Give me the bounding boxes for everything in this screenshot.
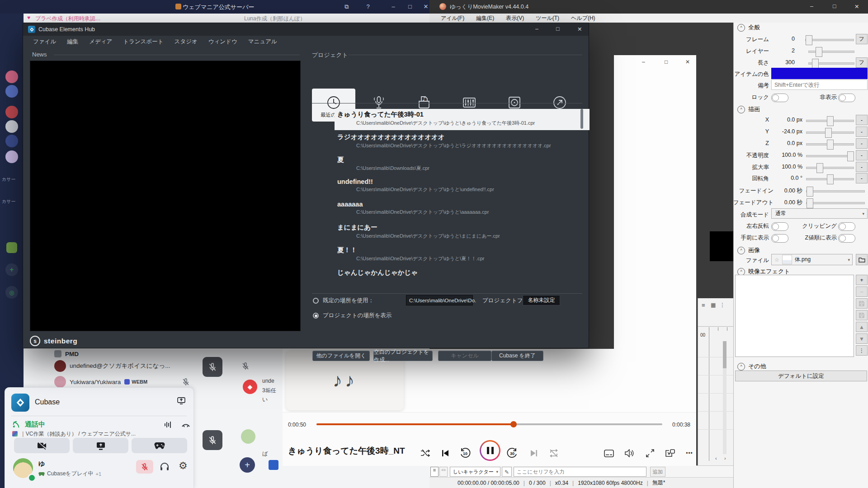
server-icon[interactable]	[5, 85, 18, 98]
volume-button[interactable]	[623, 446, 637, 460]
menu-media[interactable]: メディア	[89, 38, 112, 46]
layer-slider[interactable]	[808, 51, 854, 53]
seek-thumb[interactable]	[510, 421, 517, 427]
note-input[interactable]	[771, 80, 868, 90]
section-draw[interactable]: ^描画	[737, 105, 760, 113]
collapse-icon[interactable]: ^	[737, 363, 745, 371]
rewind-10-button[interactable]: 10	[458, 446, 472, 460]
collapse-icon[interactable]: ^	[737, 24, 745, 32]
disconnect-call-icon[interactable]	[181, 421, 190, 429]
server-icon[interactable]	[5, 70, 18, 83]
length-extra-button[interactable]: フ	[856, 57, 868, 68]
section-general[interactable]: ^全般	[737, 23, 760, 32]
collapse-icon[interactable]: ^	[737, 106, 745, 113]
fullscreen-button[interactable]	[643, 446, 657, 460]
message-row[interactable]: Yukiwara/Yukiwara WEBM	[54, 375, 190, 389]
length-slider[interactable]	[808, 62, 854, 65]
voice-status[interactable]: 通話中	[25, 420, 45, 429]
soundboard-icon[interactable]	[164, 421, 172, 428]
message-row[interactable]: PMD	[54, 347, 79, 361]
effect-menu-button[interactable]: ⋮	[856, 345, 868, 356]
z-value[interactable]: 0.0 px	[770, 140, 802, 146]
add-caption-button[interactable]: 追加	[650, 467, 665, 477]
menu-tools[interactable]: ツール(T)	[536, 14, 559, 22]
server-icon[interactable]	[5, 135, 18, 147]
close-icon[interactable]: ✕	[854, 3, 859, 10]
help-icon[interactable]: ?	[363, 3, 373, 10]
y-slider[interactable]	[806, 131, 854, 134]
effect-move-up-button[interactable]: ▲	[856, 322, 868, 332]
effect-save-button[interactable]	[856, 298, 868, 309]
frame-extra-button[interactable]: フ	[856, 34, 868, 44]
project-item[interactable]: きゅうり食ってた午後3時-01C:\Users\malib\OneDrive\デ…	[335, 109, 590, 130]
grid-icon[interactable]: ▦	[711, 302, 716, 308]
menu-studio[interactable]: スタジオ	[175, 38, 198, 46]
menu-transport[interactable]: トランスポート	[123, 38, 163, 46]
project-item[interactable]: 夏！！C:\Users\malib\OneDrive\デスクトップ\ゆうと\夏！…	[335, 244, 590, 266]
minimize-icon[interactable]: –	[389, 3, 398, 10]
seek-bar[interactable]	[316, 423, 662, 425]
close-icon[interactable]: ✕	[685, 59, 690, 65]
x-slider[interactable]	[806, 120, 854, 122]
forward-30-button[interactable]: 30	[505, 446, 519, 460]
lock-toggle[interactable]	[771, 94, 788, 102]
x-value[interactable]: 0.0 px	[770, 117, 802, 123]
z-slider[interactable]	[806, 143, 854, 145]
length-value[interactable]: 300	[774, 59, 795, 66]
scale-slider[interactable]	[806, 167, 854, 169]
cancel-button[interactable]: キャンセル	[438, 351, 491, 361]
effect-remove-button[interactable]: −	[856, 286, 868, 297]
scale-value[interactable]: 100.0 %	[770, 164, 802, 170]
kebab-icon[interactable]: ⋮	[720, 302, 725, 308]
scroll-right-icon[interactable]: ›	[724, 455, 726, 461]
avatar[interactable]	[54, 360, 66, 372]
minimize-icon[interactable]: –	[642, 59, 645, 65]
flip-toggle[interactable]	[771, 222, 788, 231]
v-scrollbar[interactable]	[723, 341, 726, 454]
activities-button[interactable]	[132, 438, 187, 453]
miniplayer-button[interactable]	[663, 446, 677, 460]
default-path-field[interactable]: C:\Users\malib\OneDrive\Do.	[406, 295, 473, 305]
playhead[interactable]	[709, 330, 709, 461]
add-server-icon[interactable]: +	[5, 263, 18, 276]
edit-pen-icon[interactable]: ✎	[502, 467, 512, 477]
menu-file[interactable]: アイル(F)	[441, 14, 464, 22]
y-value[interactable]: -24.0 px	[770, 128, 802, 135]
serif-input[interactable]	[514, 467, 646, 477]
popout-icon[interactable]: ⧉	[342, 3, 351, 10]
effects-list[interactable]	[735, 275, 854, 357]
radio-default-location[interactable]	[313, 298, 319, 304]
y-extra-button[interactable]: -	[856, 127, 868, 137]
menu-edit[interactable]: 編集	[67, 38, 78, 46]
section-other[interactable]: ^その他	[737, 362, 766, 371]
rotation-value[interactable]: 0.0 °	[770, 175, 802, 181]
quit-cubase-button[interactable]: Cubase を終了	[491, 351, 543, 361]
shuffle-button[interactable]	[418, 446, 433, 460]
menu-help[interactable]: ヘルプ(H)	[571, 14, 595, 22]
effect-save-as-button[interactable]	[856, 310, 868, 320]
pause-button[interactable]	[480, 440, 500, 461]
app-tile-icon[interactable]	[269, 460, 278, 470]
repeat-off-button[interactable]	[547, 446, 561, 460]
maximize-icon[interactable]: □	[833, 3, 836, 9]
explore-servers-icon[interactable]: ◎	[5, 286, 18, 299]
rotation-extra-button[interactable]: -	[856, 173, 868, 183]
next-button[interactable]	[527, 446, 541, 460]
list-scrollbar[interactable]	[580, 109, 583, 129]
section-image[interactable]: ^画像	[737, 246, 760, 254]
user-name[interactable]: ゆ	[38, 460, 45, 468]
avatar[interactable]	[241, 429, 255, 444]
project-item[interactable]: じゃんじゃかんじゃかじゃ	[335, 267, 590, 288]
opacity-value[interactable]: 100.0 %	[770, 152, 802, 158]
close-icon[interactable]: ✕	[577, 26, 582, 33]
server-icon[interactable]	[5, 106, 18, 118]
front-toggle[interactable]	[771, 234, 788, 243]
fadein-value[interactable]: 0.00 秒	[775, 187, 802, 195]
server-icon[interactable]	[5, 150, 18, 163]
set-default-button[interactable]: デフォルトに設定	[735, 371, 867, 381]
radio-show-label[interactable]: プロジェクトの場所を表示	[323, 312, 392, 319]
project-item[interactable]: まにまにあーC:\Users\malib\OneDrive\デスクトップ\ゆうと…	[335, 222, 590, 243]
project-item[interactable]: undefined!!C:\Users\malib\OneDrive\デスクトッ…	[335, 177, 590, 198]
frame-value[interactable]: 0	[774, 36, 795, 42]
scale-extra-button[interactable]: -	[856, 162, 868, 172]
